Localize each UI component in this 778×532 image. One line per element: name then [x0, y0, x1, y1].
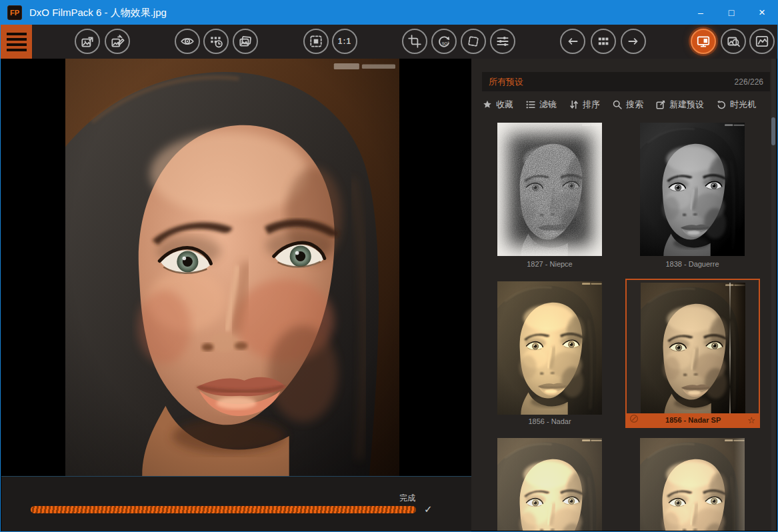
hamburger-icon: [7, 33, 27, 35]
arrow-left-icon: [565, 34, 580, 49]
arrow-right-icon: [626, 34, 641, 49]
app-logo: FP: [7, 5, 22, 20]
export-progress-bar: [31, 506, 416, 513]
title-bar: FP DxO FilmPack 6 - 人物效果.jpg – □ ×: [1, 1, 777, 25]
new-preset-button[interactable]: 新建预设: [656, 99, 704, 111]
preset-card[interactable]: [640, 123, 745, 256]
zoom-1-1-button[interactable]: 1:1: [332, 29, 357, 54]
new-preset-label: 新建预设: [669, 99, 704, 111]
main-photo: [65, 59, 399, 476]
preset-preview-image: [497, 438, 602, 531]
export-and-edit-button[interactable]: [105, 29, 130, 54]
preset-card[interactable]: [640, 438, 745, 531]
filter-label: 滤镜: [539, 99, 557, 111]
time-machine-label: 时光机: [730, 99, 756, 111]
preset-thumbnail[interactable]: [641, 283, 745, 416]
star-icon: [483, 100, 492, 109]
preset-thumbnail[interactable]: [497, 281, 602, 415]
minimize-button[interactable]: –: [685, 1, 716, 25]
preset-preview-image: [640, 438, 745, 531]
preset-card[interactable]: [497, 123, 602, 256]
preset-label: 1838 - Daguerre: [640, 260, 745, 268]
display-mode-button[interactable]: [691, 29, 716, 54]
export-image-button[interactable]: [75, 29, 100, 54]
sliders-icon: [495, 34, 510, 49]
snapshots-history-button[interactable]: [203, 29, 229, 54]
presets-header[interactable]: 所有预设 226/226: [482, 72, 770, 91]
presets-action-bar: 收藏 滤镜 排序 搜索: [483, 97, 770, 112]
search-icon: [613, 100, 622, 109]
preset-label: 1827 - Niepce: [497, 260, 602, 268]
film-edge-overlay: [735, 283, 745, 416]
favorite-star-icon[interactable]: ☆: [747, 416, 755, 425]
previous-image-button[interactable]: [560, 29, 585, 54]
panel-scrollbar-thumb[interactable]: [771, 117, 775, 145]
eye-icon: [180, 34, 195, 49]
histogram-icon: [755, 34, 769, 49]
grid-clock-icon: [209, 34, 223, 49]
favorites-button[interactable]: 收藏: [483, 99, 513, 111]
preset-thumbnail[interactable]: [497, 123, 602, 256]
preset-preview-image: [497, 123, 602, 256]
film-scratch-overlay: [729, 283, 731, 416]
perspective-button[interactable]: [461, 29, 486, 54]
preset-label: 1856 - Nadar: [497, 417, 602, 425]
image-gallery-button[interactable]: [233, 29, 258, 54]
selected-preset-label: 1856 - Nadar SP: [639, 416, 747, 424]
presets-count: 226/226: [735, 77, 763, 87]
list-filter-icon: [526, 100, 535, 109]
time-machine-icon: [717, 100, 726, 109]
gallery-icon: [238, 34, 253, 49]
preset-card[interactable]: [497, 281, 602, 415]
preset-preview-image: [640, 123, 745, 256]
time-machine-button[interactable]: 时光机: [717, 99, 756, 111]
sort-button[interactable]: 排序: [569, 99, 600, 111]
rotate-90-button[interactable]: 90°: [431, 29, 457, 54]
monitor-icon: [696, 34, 711, 49]
fit-to-screen-button[interactable]: [303, 29, 329, 54]
crop-button[interactable]: [402, 29, 427, 54]
loupe-image-icon: [726, 34, 741, 49]
progress-status-label: 完成: [399, 493, 415, 504]
loupe-preview-button[interactable]: [721, 29, 746, 54]
fit-screen-icon: [309, 34, 323, 49]
compare-eye-button[interactable]: [175, 29, 200, 54]
zoom-1-1-label: 1:1: [338, 37, 351, 46]
close-button[interactable]: ×: [747, 1, 777, 25]
main-toolbar: 1:1 90°: [1, 25, 777, 59]
export-edit-icon: [110, 34, 125, 49]
perspective-icon: [466, 34, 481, 49]
preset-thumbnail[interactable]: [640, 438, 745, 531]
search-button[interactable]: 搜索: [613, 99, 643, 111]
menu-button[interactable]: [1, 25, 32, 59]
selected-preset-bar: 1856 - Nadar SP ☆: [627, 413, 759, 427]
presets-panel: 所有预设 226/226 收藏 滤镜 排序: [471, 59, 777, 531]
grid-icon: [596, 34, 611, 49]
filter-button[interactable]: 滤镜: [526, 99, 557, 111]
preset-thumbnail[interactable]: [497, 438, 602, 531]
rotate-90-label: 90°: [442, 41, 449, 47]
export-status-bar: 完成 ✓: [1, 476, 471, 532]
preset-card[interactable]: [497, 438, 602, 531]
sort-label: 排序: [583, 99, 600, 111]
presets-title: 所有预设: [489, 76, 523, 88]
preset-thumbnail[interactable]: [640, 123, 745, 256]
histogram-button[interactable]: [749, 29, 775, 54]
maximize-button[interactable]: □: [716, 1, 747, 25]
preset-preview-image: [497, 281, 602, 415]
search-label: 搜索: [626, 99, 643, 111]
app-window: FP DxO FilmPack 6 - 人物效果.jpg – □ ×: [0, 0, 778, 532]
window-title: DxO FilmPack 6 - 人物效果.jpg: [29, 7, 685, 19]
new-preset-icon: [656, 100, 665, 109]
adjustments-button[interactable]: [490, 29, 515, 54]
light-leak-overlay: [734, 438, 745, 531]
preset-info-icon[interactable]: [629, 414, 639, 426]
preset-card-selected[interactable]: 1856 - Nadar SP ☆: [625, 279, 760, 428]
export-image-icon: [80, 34, 95, 49]
image-viewer[interactable]: [1, 59, 471, 476]
favorites-label: 收藏: [496, 99, 513, 111]
check-icon: ✓: [424, 503, 433, 515]
next-image-button[interactable]: [621, 29, 646, 54]
sort-arrows-icon: [569, 100, 579, 109]
thumbnail-grid-button[interactable]: [591, 29, 616, 54]
